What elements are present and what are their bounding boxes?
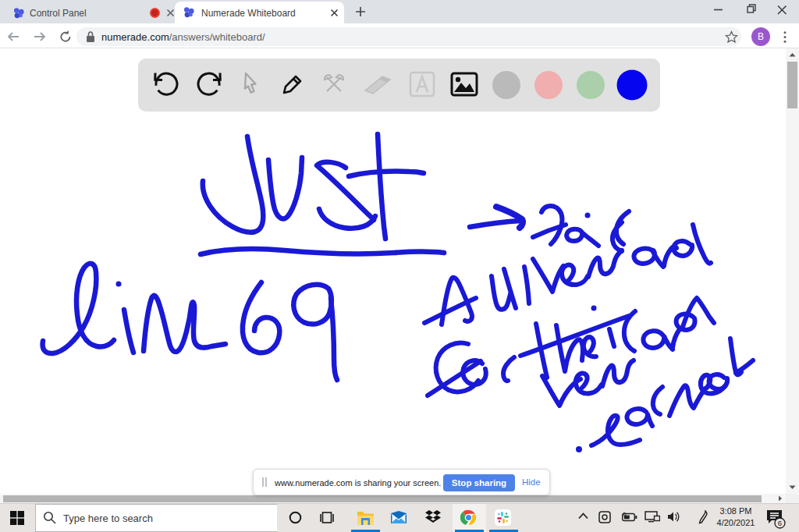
- svg-text:6: 6: [778, 519, 782, 527]
